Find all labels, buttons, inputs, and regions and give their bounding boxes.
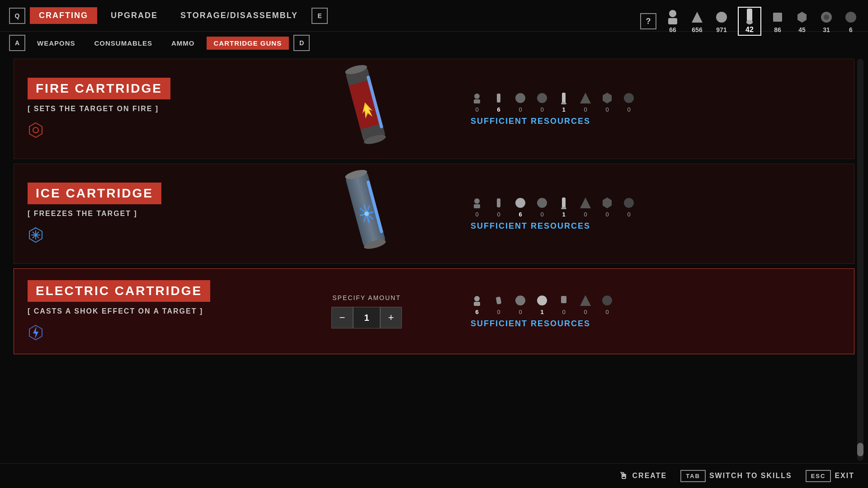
svg-point-55 — [624, 198, 634, 208]
fire-resource-row: 0 6 0 0 1 — [471, 92, 840, 113]
res-slot-8: 0 — [623, 92, 635, 113]
ice-cartridge-name: ICE CARTRIDGE — [28, 183, 161, 204]
electric-cartridge-card[interactable]: ELECTRIC CARTRIDGE [ CASTS A SHOK EFFECT… — [14, 268, 854, 354]
electric-resource-row: 6 0 0 1 0 — [471, 294, 840, 315]
ice-resource-row: 0 0 6 0 1 — [471, 197, 840, 218]
resources-bar: ? 66 656 971 42 86 4 — [640, 7, 859, 36]
elec-res-slot-1: 6 — [471, 294, 483, 315]
help-button[interactable]: ? — [640, 13, 656, 29]
tab-weapons[interactable]: WEAPONS — [30, 37, 83, 50]
svg-point-0 — [669, 10, 676, 17]
exit-label: EXIT — [835, 472, 854, 480]
ice-res-slot-5: 1 — [557, 197, 570, 218]
elec-res-slot-2: 0 — [492, 294, 505, 315]
resource-count-6: 45 — [798, 26, 806, 33]
res-slot-6: 0 — [579, 92, 592, 113]
card-left-fire: FIRE CARTRIDGE [ SETS THE TARGET ON FIRE… — [14, 59, 276, 159]
tab-consumables[interactable]: CONSUMABLES — [87, 37, 160, 50]
svg-rect-1 — [668, 18, 677, 24]
svg-point-62 — [537, 296, 547, 305]
svg-marker-57 — [33, 326, 38, 339]
svg-rect-6 — [773, 13, 782, 22]
key-d: D — [293, 35, 310, 51]
resource-icon-1 — [665, 9, 681, 25]
resource-icon-8 — [843, 9, 859, 25]
ice-res-slot-8: 0 — [623, 197, 635, 218]
svg-point-24 — [515, 93, 525, 103]
svg-point-9 — [824, 14, 829, 20]
resource-count-4: 42 — [745, 26, 754, 34]
create-action[interactable]: 🖱 CREATE — [619, 471, 667, 481]
svg-rect-63 — [561, 296, 566, 303]
svg-marker-29 — [603, 93, 612, 103]
resource-count-7: 31 — [823, 26, 830, 33]
ice-res-slot-2: 0 — [492, 197, 505, 218]
ice-res-slot-3: 6 — [514, 197, 527, 218]
elec-res-slot-4: 1 — [536, 294, 548, 315]
svg-rect-51 — [562, 197, 566, 208]
elec-res-slot-6: 0 — [579, 294, 592, 315]
res-slot-5: 1 — [557, 92, 570, 113]
resource-item-7: 31 — [818, 9, 835, 33]
fire-cartridge-image — [276, 59, 457, 159]
resource-item-5: 86 — [769, 9, 786, 33]
svg-rect-26 — [562, 93, 566, 103]
tab-storage[interactable]: STORAGE/DISASSEMBLY — [171, 7, 307, 24]
card-right-ice: 0 0 6 0 1 — [457, 164, 854, 263]
ice-cartridge-hex-icon — [28, 227, 263, 245]
res-slot-4: 0 — [536, 92, 548, 113]
electric-cartridge-hex-icon — [28, 324, 263, 343]
tab-key: TAB — [680, 470, 706, 482]
resource-icon-7 — [818, 9, 835, 25]
switch-skills-label: SWITCH TO SKILLS — [709, 472, 792, 480]
svg-point-5 — [746, 20, 753, 24]
ice-cartridge-card[interactable]: ICE CARTRIDGE [ FREEZES THE TARGET ] — [14, 164, 854, 264]
resource-item-4: 42 — [738, 7, 761, 36]
ice-res-slot-4: 0 — [536, 197, 548, 218]
electric-cartridge-name: ELECTRIC CARTRIDGE — [28, 280, 210, 302]
fire-cartridge-card[interactable]: FIRE CARTRIDGE [ SETS THE TARGET ON FIRE… — [14, 59, 854, 159]
fire-cartridge-desc: [ SETS THE TARGET ON FIRE ] — [28, 105, 263, 113]
esc-key: ESC — [806, 470, 831, 482]
ice-res-slot-1: 0 — [471, 197, 483, 218]
svg-rect-23 — [497, 94, 500, 103]
exit-action[interactable]: ESC EXIT — [806, 470, 854, 482]
amount-value: 1 — [353, 307, 380, 328]
svg-point-3 — [716, 12, 727, 23]
card-left-electric: ELECTRIC CARTRIDGE [ CASTS A SHOK EFFECT… — [14, 269, 276, 354]
res-slot-3: 0 — [514, 92, 527, 113]
fire-cartridge-hex-icon — [28, 122, 263, 140]
svg-point-30 — [624, 93, 634, 103]
card-right-electric: 6 0 0 1 0 — [457, 269, 854, 354]
elec-res-slot-3: 0 — [514, 294, 527, 315]
svg-point-50 — [537, 198, 547, 208]
svg-rect-60 — [496, 296, 502, 304]
resource-item-2: 656 — [689, 9, 705, 33]
resource-item-1: 66 — [665, 9, 681, 33]
svg-point-46 — [474, 198, 480, 204]
tab-ammo[interactable]: AMMO — [164, 37, 202, 50]
ice-sufficient-label: SUFFICIENT RESOURCES — [471, 221, 840, 231]
svg-rect-47 — [474, 204, 480, 208]
resource-count-8: 6 — [849, 26, 853, 33]
svg-point-25 — [537, 93, 547, 103]
resource-count-5: 86 — [774, 26, 781, 33]
svg-point-52 — [561, 207, 566, 209]
amount-decrease-btn[interactable]: − — [331, 307, 353, 328]
switch-skills-action[interactable]: TAB SWITCH TO SKILLS — [680, 470, 792, 482]
mouse-icon: 🖱 — [619, 471, 629, 481]
amount-controls[interactable]: − 1 + — [331, 307, 402, 328]
fire-sufficient-label: SUFFICIENT RESOURCES — [471, 117, 840, 126]
main-content: FIRE CARTRIDGE [ SETS THE TARGET ON FIRE… — [0, 54, 868, 359]
tab-cartridge-guns[interactable]: CARTRIDGE GUNS — [207, 37, 289, 50]
svg-marker-54 — [603, 197, 612, 208]
amount-increase-btn[interactable]: + — [380, 307, 402, 328]
key-a: A — [9, 35, 25, 51]
svg-point-10 — [845, 12, 856, 23]
resource-item-3: 971 — [713, 9, 730, 33]
tab-crafting[interactable]: CRAFTING — [30, 7, 97, 24]
ice-res-slot-6: 0 — [579, 197, 592, 218]
res-slot-1: 0 — [471, 92, 483, 113]
electric-amount-selector: SPECIFY AMOUNT − 1 + — [276, 269, 457, 354]
tab-upgrade[interactable]: UPGRADE — [102, 7, 167, 24]
